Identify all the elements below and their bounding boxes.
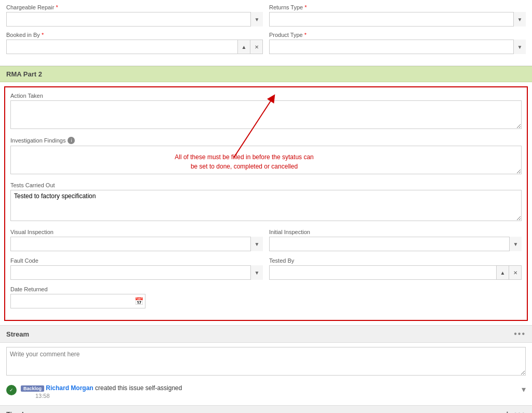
chargeable-repair-select-wrapper: ▼	[6, 12, 263, 27]
stream-entry: ✓ Backlog Richard Morgan created this is…	[0, 381, 532, 403]
product-type-label: Product Type *	[269, 32, 526, 38]
date-returned-wrapper: 📅	[10, 294, 145, 308]
fault-tested-row: Fault Code ▼ Tested By Select ▲ ✕	[10, 257, 522, 280]
action-taken-group: Action Taken	[10, 93, 522, 131]
investigation-findings-info-icon[interactable]: i	[68, 137, 75, 144]
initial-inspection-group: Initial Inspection ▼	[269, 229, 522, 251]
stream-badge: Backlog	[21, 385, 44, 392]
chargeable-repair-group: Chargeable Repair * ▼	[6, 4, 263, 27]
fault-code-group: Fault Code ▼	[10, 257, 263, 280]
stream-comment-box	[6, 347, 526, 377]
date-returned-calendar-icon[interactable]: 📅	[135, 297, 143, 305]
booked-in-by-clear-button[interactable]: ✕	[250, 40, 262, 54]
date-returned-label: Date Returned	[10, 286, 522, 292]
visual-inspection-select[interactable]	[10, 237, 263, 251]
returns-type-label: Returns Type *	[269, 4, 526, 10]
stream-entry-text: Backlog Richard Morgan created this issu…	[21, 384, 517, 392]
investigation-findings-group: Investigation Findings i	[10, 137, 522, 176]
inspection-row: Visual Inspection ▼ Initial Inspection	[10, 229, 522, 251]
fault-code-select-wrapper: ▼	[10, 265, 263, 280]
tests-carried-out-group: Tests Carried Out Tested to factory spec…	[10, 182, 522, 223]
stream-entry-time: 13:58	[21, 393, 517, 399]
booked-in-by-label: Booked in By *	[6, 32, 263, 38]
tested-by-clear-button[interactable]: ✕	[509, 266, 521, 279]
fault-code-select[interactable]	[10, 265, 263, 280]
chargeable-repair-label: Chargeable Repair *	[6, 4, 263, 10]
stream-more-button[interactable]: •••	[514, 329, 526, 339]
visual-inspection-select-wrapper: ▼	[10, 237, 263, 251]
investigation-findings-label: Investigation Findings i	[10, 137, 522, 144]
chargeable-repair-select[interactable]	[6, 12, 263, 27]
investigation-findings-textarea[interactable]	[10, 146, 522, 174]
action-taken-label: Action Taken	[10, 93, 522, 99]
stream-section: Stream ••• ✓ Backlog Richard Morgan crea…	[0, 325, 532, 403]
initial-inspection-label: Initial Inspection	[269, 229, 522, 235]
tested-by-label: Tested By	[269, 257, 522, 264]
fault-code-label: Fault Code	[10, 257, 263, 264]
product-type-select[interactable]	[269, 40, 526, 54]
action-taken-textarea[interactable]	[10, 100, 522, 129]
booked-in-by-group: Booked in By * Select ▲ ✕	[6, 32, 263, 54]
timelogs-add-button[interactable]: +	[505, 409, 510, 413]
tested-by-group: Tested By Select ▲ ✕	[269, 257, 522, 280]
returns-type-group: Returns Type * ▼	[269, 4, 526, 27]
stream-comment-textarea[interactable]	[6, 347, 526, 376]
initial-inspection-select[interactable]	[269, 237, 522, 251]
tests-carried-out-textarea[interactable]: Tested to factory specification	[10, 190, 522, 221]
booked-in-by-input-wrapper: Select ▲ ✕	[6, 40, 263, 54]
tests-carried-out-label: Tests Carried Out	[10, 182, 522, 188]
timelogs-header: TimeLogs + •••	[0, 406, 532, 413]
timelogs-section: TimeLogs + ••• No Data	[0, 405, 532, 413]
rma-part2-content: All of these must be filled in before th…	[4, 86, 528, 321]
stream-user-link[interactable]: Richard Morgan	[46, 384, 93, 392]
visual-inspection-label: Visual Inspection	[10, 229, 263, 235]
timelogs-header-actions: + •••	[505, 409, 526, 413]
stream-header: Stream •••	[0, 326, 532, 343]
returns-type-select-wrapper: ▼	[269, 12, 526, 27]
product-type-group: Product Type * ▼	[269, 32, 526, 54]
stream-entry-dropdown-button[interactable]: ▾	[522, 384, 526, 394]
booked-in-by-up-button[interactable]: ▲	[237, 40, 250, 54]
tested-by-input-wrapper: Select ▲ ✕	[269, 265, 522, 280]
timelogs-title: TimeLogs	[6, 410, 38, 414]
booked-in-by-input[interactable]: Select	[7, 40, 237, 54]
tested-by-input[interactable]: Select	[270, 266, 496, 279]
stream-title: Stream	[6, 330, 29, 338]
stream-entry-body: Backlog Richard Morgan created this issu…	[21, 384, 517, 399]
stream-avatar: ✓	[6, 385, 17, 395]
timelogs-more-button[interactable]: •••	[514, 409, 526, 413]
stream-action-text: created this issue self-assigned	[95, 384, 182, 392]
product-type-select-wrapper: ▼	[269, 40, 526, 54]
initial-inspection-select-wrapper: ▼	[269, 237, 522, 251]
date-returned-group: Date Returned 📅	[10, 286, 522, 308]
returns-type-select[interactable]	[269, 12, 526, 27]
visual-inspection-group: Visual Inspection ▼	[10, 229, 263, 251]
date-returned-input[interactable]	[10, 294, 145, 308]
rma-part2-header: RMA Part 2	[0, 66, 532, 82]
tested-by-up-button[interactable]: ▲	[496, 266, 509, 279]
